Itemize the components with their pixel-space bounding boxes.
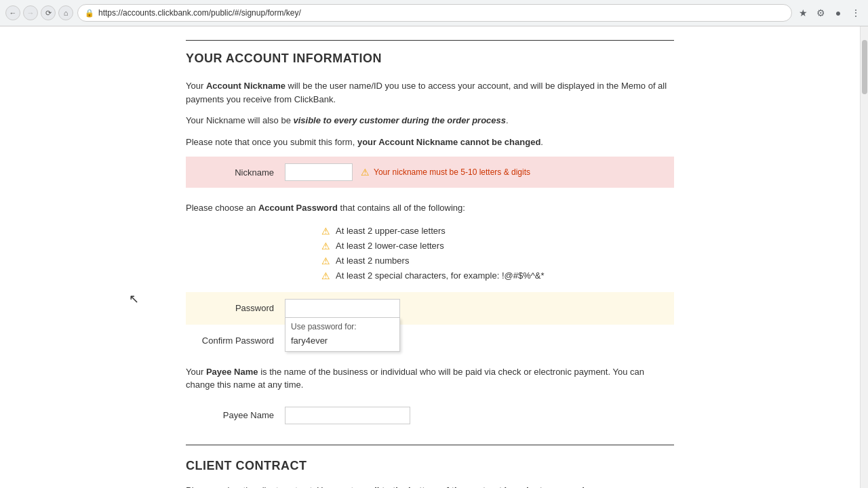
password-section-text: Please choose an Account Password that c…	[186, 201, 674, 215]
reload-button[interactable]: ⟳	[41, 5, 56, 20]
nickname-error-message: ⚠ Your nickname must be 5-10 letters & d…	[361, 167, 530, 178]
payee-label: Payee Name	[197, 410, 285, 420]
home-button[interactable]: ⌂	[58, 5, 73, 20]
menu-icon[interactable]: ⋮	[849, 6, 863, 20]
back-button[interactable]: ←	[5, 5, 20, 20]
nickname-label: Nickname	[197, 167, 285, 178]
password-autocomplete-container: Use password for: fary4ever	[285, 299, 400, 318]
payee-name-bold: Payee Name	[206, 367, 258, 377]
password-requirements: ⚠ At least 2 upper-case letters ⚠ At lea…	[186, 226, 674, 281]
password-suggestion-item[interactable]: fary4ever	[285, 333, 399, 351]
url-text: https://accounts.clickbank.com/public/#/…	[98, 8, 301, 18]
account-info-paragraph3: Please note that once you submit this fo…	[186, 136, 674, 149]
password-input[interactable]	[285, 299, 400, 318]
account-password-bold: Account Password	[258, 203, 338, 213]
req-item-1: ⚠ At least 2 upper-case letters	[186, 226, 674, 237]
warning-icon-2: ⚠	[321, 241, 330, 251]
account-info-paragraph1: Your Account Nickname will be the user n…	[186, 79, 674, 106]
warning-icon: ⚠	[361, 167, 370, 178]
page-title: YOUR ACCOUNT INFORMATION	[186, 52, 674, 66]
warning-icon-1: ⚠	[321, 226, 330, 237]
main-container: YOUR ACCOUNT INFORMATION Your Account Ni…	[172, 40, 688, 488]
section-divider-contract	[186, 445, 674, 445]
page-content: YOUR ACCOUNT INFORMATION Your Account Ni…	[0, 26, 860, 488]
address-bar[interactable]: 🔒 https://accounts.clickbank.com/public/…	[77, 4, 792, 22]
warning-icon-4: ⚠	[321, 270, 330, 281]
section-divider-top	[186, 40, 674, 41]
nickname-field-row: Nickname ⚠ Your nickname must be 5-10 le…	[186, 157, 674, 188]
nav-buttons: ← → ⟳ ⌂	[5, 5, 73, 20]
scroll-bold: scroll to the bottom of the contract in …	[356, 485, 585, 489]
account-info-paragraph2: Your Nickname will also be visible to ev…	[186, 114, 674, 127]
lock-icon: 🔒	[85, 9, 94, 18]
profile-icon[interactable]: ●	[831, 6, 845, 20]
req-item-4: ⚠ At least 2 special characters, for exa…	[186, 270, 674, 281]
password-field-row: Password Use password for: fary4ever	[186, 292, 674, 325]
payee-field-row: Payee Name	[186, 400, 674, 431]
warning-icon-3: ⚠	[321, 256, 330, 266]
password-label: Password	[197, 303, 285, 313]
req-text-3: At least 2 numbers	[336, 256, 409, 266]
bookmark-star-icon[interactable]: ★	[796, 6, 810, 20]
payee-name-input[interactable]	[285, 407, 410, 424]
nickname-input[interactable]	[285, 163, 353, 181]
req-item-3: ⚠ At least 2 numbers	[186, 256, 674, 266]
client-contract-title: CLIENT CONTRACT	[186, 459, 674, 473]
req-item-2: ⚠ At least 2 lower-case letters	[186, 241, 674, 251]
req-text-1: At least 2 upper-case letters	[336, 226, 446, 236]
scrollbar-thumb[interactable]	[862, 40, 867, 94]
req-text-2: At least 2 lower-case letters	[336, 241, 444, 251]
payee-info-text: Your Payee Name is the name of the busin…	[186, 365, 674, 392]
scrollbar[interactable]	[860, 26, 868, 488]
confirm-password-row: Confirm Password	[186, 327, 674, 354]
use-password-label: Use password for:	[285, 318, 399, 333]
contract-text: Please review the client contract. You m…	[186, 484, 674, 489]
account-nickname-bold: Account Nickname	[206, 81, 285, 91]
autocomplete-dropdown-popup: Use password for: fary4ever	[285, 318, 400, 352]
forward-button[interactable]: →	[23, 5, 38, 20]
toolbar-icons: ★ ⚙ ● ⋮	[796, 6, 863, 20]
visible-bold: visible to every customer during the ord…	[293, 115, 506, 125]
extensions-icon[interactable]: ⚙	[814, 6, 827, 20]
req-text-4: At least 2 special characters, for examp…	[336, 270, 545, 281]
browser-chrome: ← → ⟳ ⌂ 🔒 https://accounts.clickbank.com…	[0, 0, 868, 26]
nickname-error-text: Your nickname must be 5-10 letters & dig…	[374, 167, 530, 177]
cannot-changed-bold: your Account Nickname cannot be changed	[357, 137, 540, 147]
page-wrapper: YOUR ACCOUNT INFORMATION Your Account Ni…	[0, 26, 868, 488]
confirm-password-label: Confirm Password	[197, 336, 285, 346]
